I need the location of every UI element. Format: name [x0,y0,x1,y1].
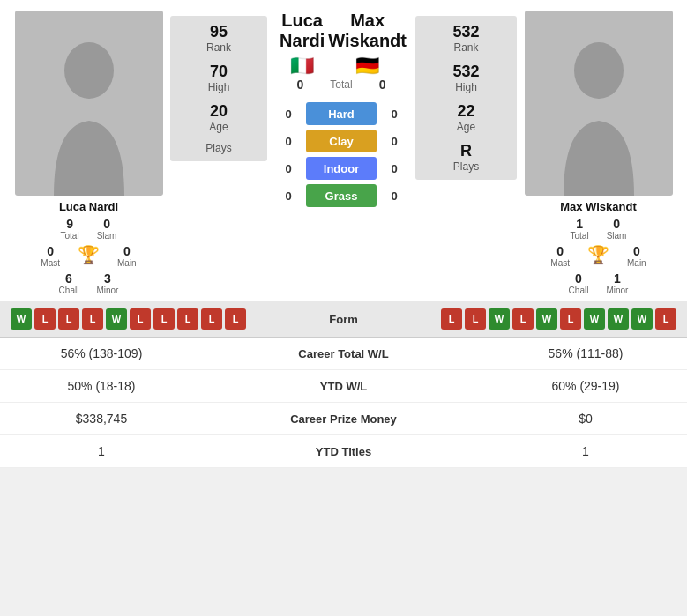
stats-left-value: 1 [13,444,190,458]
stats-row: $338,745Career Prize Money$0 [0,403,687,435]
player2-flag: 🇩🇪 [328,55,407,78]
player2-mast-lbl: Mast [550,258,570,268]
player2-stats-panel: 532 Rank 532 High 22 Age R Plays [415,16,517,180]
total-label: Total [330,78,352,91]
player1-mast-stat: 0 Mast [41,244,60,268]
player1-minor-lbl: Minor [96,286,118,295]
form-badge-l: L [82,308,103,330]
player2-high-lbl: High [455,81,477,93]
player2-plays-val: R [460,142,472,160]
player2-rank-panel: 532 Rank [452,23,479,54]
player1-mast-lbl: Mast [41,258,60,268]
surfaces-section: 0 Hard 0 0 Clay 0 0 Indoor 0 [280,102,403,207]
names-flags-row: Luca Nardi 🇮🇹 Max Wiskandt 🇩🇪 [267,11,415,78]
player2-heading: Max Wiskandt [328,11,407,51]
player1-form-badges: WLLLWLLLLL [11,308,246,330]
form-badge-l: L [34,308,56,330]
form-badge-l: L [655,308,676,330]
form-section: WLLLWLLLLL Form LLWLWLWWWL [0,301,687,338]
player2-form-badges: LLWLWLWWWL [441,308,676,330]
stats-center-label: YTD W/L [190,380,497,393]
p1-grass-score: 0 [280,189,297,203]
hard-button[interactable]: Hard [306,102,377,125]
player2-total-stat: 1 Total [571,217,589,241]
player2-chall-stat: 0 Chall [569,271,589,295]
center-column: Luca Nardi 🇮🇹 Max Wiskandt 🇩🇪 0 Total 0 … [267,11,415,207]
form-badge-l: L [177,308,198,330]
form-badge-l: L [441,308,462,330]
player1-total-stat: 9 Total [61,217,79,241]
player1-photo [15,11,163,196]
svg-point-1 [574,42,624,99]
form-badge-l: L [560,308,581,330]
player1-heading-block: Luca Nardi 🇮🇹 [276,11,328,78]
player1-minor-val: 3 [104,271,111,286]
form-badge-w: W [106,308,127,330]
player2-stats-row2: 0 Mast 🏆 0 Main [550,244,646,268]
player2-age-lbl: Age [457,121,475,133]
svg-point-0 [64,42,114,99]
player1-main-stat: 0 Main [117,244,137,268]
player2-heading-block: Max Wiskandt 🇩🇪 [328,11,407,78]
player1-name-under: Luca Nardi [59,200,118,213]
player2-slam-val: 0 [613,217,620,231]
player1-high-lbl: High [208,81,230,93]
player1-chall-lbl: Chall [59,286,79,295]
player1-trophy-icon-box: 🏆 [78,244,100,268]
stats-left-value: 50% (18-18) [13,379,190,393]
player1-chall-stat: 6 Chall [59,271,79,295]
player2-rank-val: 532 [452,23,479,41]
player1-column: Luca Nardi 9 Total 0 Slam 0 Mast 🏆 [7,11,170,295]
player2-trophy-icon: 🏆 [587,244,609,265]
player1-total-lbl: Total [61,231,79,241]
player1-stats-row3: 6 Chall 3 Minor [59,271,119,295]
stats-center-label: YTD Titles [190,445,497,458]
p1-indoor-score: 0 [280,162,297,175]
player1-trophy-icon: 🏆 [78,244,100,265]
main-wrapper: Luca Nardi 9 Total 0 Slam 0 Mast 🏆 [0,0,687,468]
players-top: Luca Nardi 9 Total 0 Slam 0 Mast 🏆 [0,0,687,301]
clay-button[interactable]: Clay [306,130,377,152]
indoor-button[interactable]: Indoor [306,157,377,180]
player1-age-val: 20 [210,102,228,121]
stats-right-value: $0 [497,412,674,426]
form-badge-l: L [465,308,486,330]
p2-hard-score: 0 [385,108,403,121]
form-badge-l: L [153,308,175,330]
player2-chall-lbl: Chall [569,286,589,295]
player1-mast-val: 0 [47,244,54,258]
player1-chall-val: 6 [65,271,72,286]
player1-main-val: 0 [123,244,131,258]
player2-total-val: 1 [576,217,583,231]
player1-heading: Luca Nardi [276,11,328,51]
player2-minor-lbl: Minor [606,286,628,295]
total-line: 0 Total 0 [291,78,391,92]
player1-total-val: 9 [66,217,73,231]
form-badge-l: L [130,308,151,330]
stats-row: 1YTD Titles1 [0,435,687,468]
p2-indoor-score: 0 [385,162,403,175]
player2-high-panel: 532 High [452,63,479,93]
player2-minor-val: 1 [614,271,621,286]
player1-stats-panel: 95 Rank 70 High 20 Age Plays [170,16,267,161]
player2-high-val: 532 [452,63,479,81]
player2-age-panel: 22 Age [457,102,475,133]
form-badge-l: L [512,308,534,330]
p2-grass-score: 0 [385,189,403,203]
form-badge-w: W [584,308,605,330]
form-label: Form [246,313,441,326]
stats-right-value: 56% (111-88) [497,346,674,360]
grass-button[interactable]: Grass [306,184,377,207]
stats-left-value: 56% (138-109) [13,346,190,360]
player1-slam-val: 0 [103,217,110,231]
player2-rank-lbl: Rank [453,41,478,54]
p2-total-score: 0 [374,78,392,92]
player2-mast-stat: 0 Mast [550,244,570,268]
player2-stats-row1: 1 Total 0 Slam [571,217,627,241]
player1-main-lbl: Main [117,258,137,268]
player1-slam-stat: 0 Slam [97,217,117,241]
stats-right-value: 60% (29-19) [497,379,674,393]
player2-stats-row3: 0 Chall 1 Minor [569,271,629,295]
stats-table: 56% (138-109)Career Total W/L56% (111-88… [0,338,687,468]
surface-hard-row: 0 Hard 0 [280,102,403,125]
